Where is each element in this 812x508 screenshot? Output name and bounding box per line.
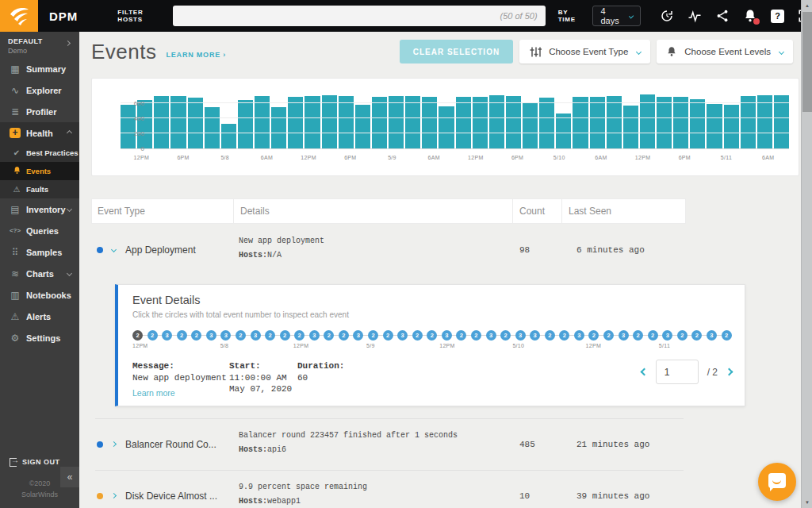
timeline-event-circle[interactable]: 2 <box>383 330 393 341</box>
sidebar-item-notebooks[interactable]: ▥Notebooks <box>0 284 79 306</box>
histogram-bar[interactable] <box>607 96 622 148</box>
learn-more-link[interactable]: LEARN MORE › <box>167 51 227 59</box>
histogram-bar[interactable] <box>673 97 688 148</box>
timeline-event-circle[interactable]: 3 <box>220 330 231 341</box>
timeline-event-circle[interactable]: 3 <box>442 330 452 341</box>
host-filter-searchbox[interactable]: (50 of 50) <box>173 6 546 26</box>
chevron-right-icon[interactable] <box>111 493 117 498</box>
sidebar-item-profiler[interactable]: ≣Profiler <box>0 101 79 122</box>
sidebar-item-queries[interactable]: <?>Queries <box>0 220 79 241</box>
timeline-event-circle[interactable]: 3 <box>251 330 261 341</box>
time-range-select[interactable]: 4 days <box>592 6 641 26</box>
histogram-bar[interactable] <box>523 103 538 148</box>
host-filter-input[interactable] <box>181 11 500 21</box>
timeline-event-circle[interactable]: 3 <box>162 330 172 341</box>
timeline-event-circle[interactable]: 2 <box>191 330 201 341</box>
histogram-bar[interactable] <box>405 96 420 148</box>
histogram-bar[interactable] <box>221 124 236 148</box>
histogram-bar[interactable] <box>288 97 303 148</box>
histogram-bar[interactable] <box>170 96 186 148</box>
histogram-bar[interactable] <box>188 98 203 149</box>
scroll-up-arrow[interactable]: ▲ <box>802 0 812 11</box>
chevron-down-icon[interactable] <box>111 247 117 252</box>
share-icon[interactable] <box>715 9 730 23</box>
timeline-event-circle[interactable]: 3 <box>619 330 629 341</box>
histogram-bar[interactable] <box>255 96 270 148</box>
timeline-event-circle[interactable]: 2 <box>132 330 143 341</box>
histogram-bar[interactable] <box>623 106 638 148</box>
timeline-event-circle[interactable]: 3 <box>707 330 717 341</box>
timeline-event-circle[interactable]: 3 <box>662 330 672 341</box>
timeline-event-circle[interactable]: 2 <box>722 330 732 341</box>
sidebar-item-summary[interactable]: ▦Summary <box>0 58 79 79</box>
timeline-event-circle[interactable]: 2 <box>559 330 569 341</box>
page-previous-button[interactable] <box>640 368 648 376</box>
timeline-event-circle[interactable]: 2 <box>280 330 290 341</box>
timeline-event-circle[interactable]: 2 <box>603 330 614 341</box>
timeline-event-circle[interactable]: 3 <box>530 330 540 341</box>
page-next-button[interactable] <box>726 368 733 376</box>
sidebar-item-alerts[interactable]: ⚠Alerts <box>0 306 79 327</box>
notifications-bell-icon[interactable] <box>743 9 757 23</box>
timeline-event-circle[interactable]: 3 <box>397 330 408 341</box>
histogram-bar[interactable] <box>506 96 521 148</box>
histogram-bar[interactable] <box>154 96 169 148</box>
timeline-event-circle[interactable]: 2 <box>500 330 511 341</box>
histogram-bar[interactable] <box>774 95 789 148</box>
sidebar-item-best-practices[interactable]: ✔Best Practices <box>0 144 79 162</box>
histogram-bar[interactable] <box>590 97 605 148</box>
histogram-bar[interactable] <box>573 97 588 148</box>
column-header-last-seen[interactable]: Last Seen <box>561 199 685 223</box>
sidebar-item-inventory[interactable]: ▤Inventory <box>0 198 79 220</box>
sidebar-item-explorer[interactable]: ∿Explorer <box>0 79 79 101</box>
timeline-event-circle[interactable]: 3 <box>574 330 584 341</box>
event-type-name[interactable]: Balancer Round Co... <box>125 439 236 450</box>
histogram-bar[interactable] <box>690 99 705 148</box>
column-header-count[interactable]: Count <box>512 199 561 223</box>
support-chat-button[interactable] <box>758 463 796 501</box>
timeline-event-circle[interactable]: 2 <box>294 330 304 341</box>
histogram-bar[interactable] <box>372 97 387 148</box>
sidebar-item-health[interactable]: +Health <box>0 122 79 144</box>
learn-more-link[interactable]: Learn more <box>132 388 175 398</box>
table-row-disk-device[interactable]: Disk Device Almost ... 9.9 percent space… <box>91 471 799 508</box>
table-row-app-deployment[interactable]: App Deployment New app deployment Hosts:… <box>91 224 799 276</box>
histogram-bar[interactable] <box>389 96 404 148</box>
page-number-input[interactable] <box>656 360 699 384</box>
histogram-bar[interactable] <box>137 100 152 148</box>
timeline-event-circle[interactable]: 2 <box>147 330 158 341</box>
chevron-right-icon[interactable] <box>111 441 117 447</box>
scroll-down-arrow[interactable]: ▼ <box>802 497 812 508</box>
sidebar-collapse-button[interactable]: « <box>60 467 79 487</box>
timeline-event-circle[interactable]: 2 <box>588 330 599 341</box>
choose-event-type-button[interactable]: Choose Event Type <box>519 40 650 64</box>
histogram-bar[interactable] <box>339 96 354 148</box>
timeline-event-circle[interactable]: 2 <box>545 330 555 341</box>
sidebar-item-events[interactable]: Events <box>0 162 79 180</box>
sidebar-item-charts[interactable]: ≋Charts <box>0 263 79 284</box>
histogram-bar[interactable] <box>456 97 471 148</box>
histogram-bar[interactable] <box>741 96 756 148</box>
sidebar-item-samples[interactable]: ⠿Samples <box>0 241 79 263</box>
choose-event-levels-button[interactable]: Choose Event Levels <box>657 40 793 64</box>
histogram-bar[interactable] <box>304 96 320 148</box>
sidebar-item-settings[interactable]: ⚙Settings <box>0 327 79 348</box>
timeline-event-circle[interactable]: 3 <box>309 330 320 341</box>
timeline-event-circle[interactable]: 2 <box>368 330 378 341</box>
event-type-name[interactable]: Disk Device Almost ... <box>125 491 236 502</box>
histogram-bar[interactable] <box>556 114 571 148</box>
histogram-bar[interactable] <box>422 97 437 148</box>
timeline-event-circle[interactable]: 2 <box>471 330 481 341</box>
scrollbar-thumb[interactable] <box>802 12 812 112</box>
histogram-bar[interactable] <box>707 104 722 148</box>
pulse-icon[interactable] <box>688 9 702 23</box>
table-row-balancer-round[interactable]: Balancer Round Co... Balancer round 2234… <box>91 419 799 470</box>
histogram-bar[interactable] <box>439 106 454 148</box>
timeline-event-circle[interactable]: 2 <box>236 330 246 341</box>
timeline-event-circle[interactable]: 3 <box>486 330 496 341</box>
help-icon[interactable]: ? <box>771 10 784 23</box>
timeline-event-circle[interactable]: 2 <box>339 330 349 341</box>
clear-selection-button[interactable]: CLEAR SELECTION <box>400 40 513 64</box>
vertical-scrollbar[interactable]: ▲ ▼ <box>801 0 812 508</box>
timeline-event-circle[interactable]: 2 <box>648 330 658 341</box>
